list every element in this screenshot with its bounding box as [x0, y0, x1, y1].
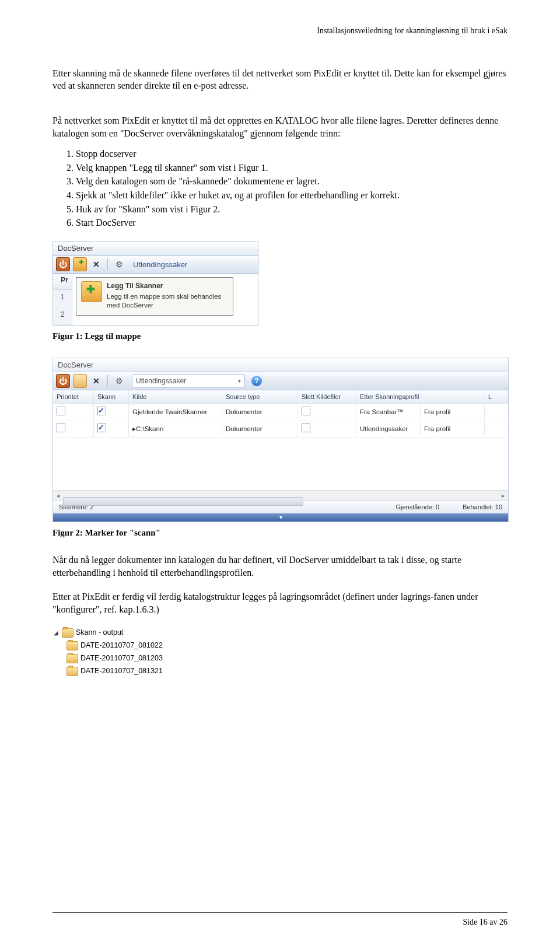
collapse-icon[interactable]: ◢: [54, 629, 60, 637]
status-behandlet: Behandlet: 10: [463, 503, 502, 512]
status-gjenstaaende: Gjenstående: 0: [396, 503, 439, 512]
column-header-priority-short: Pr: [53, 274, 72, 290]
paragraph-4: Etter at PixEdit er ferdig vil ferdig ka…: [52, 590, 508, 615]
step-1: Stopp docserver: [76, 148, 508, 160]
separator: [107, 375, 108, 387]
col-slett: Slett Kildefiler: [298, 390, 356, 404]
profile-combo[interactable]: Utlendingssaker ▾: [132, 375, 245, 387]
checkbox-slett[interactable]: [302, 407, 310, 415]
folder-label: DATE-20110707_081321: [80, 666, 163, 676]
profile-combo-value: Utlendingssaker: [136, 376, 186, 386]
checkbox-skann[interactable]: [97, 424, 106, 432]
step-2: Velg knappen "Legg til skanner" som vist…: [76, 162, 508, 174]
window-title: DocServer: [53, 358, 508, 373]
figure-2-caption: Figur 2: Marker for "scann": [52, 527, 508, 538]
add-folder-icon: [81, 281, 102, 302]
col-etter-profil: Etter Skanningsprofil: [356, 390, 421, 404]
gear-icon[interactable]: ⚙: [113, 258, 125, 271]
col-kilde: Kilde: [129, 390, 222, 404]
cell-kilde: ▸C:\Skann: [129, 422, 222, 436]
checkbox-skann[interactable]: [97, 407, 106, 415]
figure-1-docserver-window: DocServer ⏻ ✕ ⚙ Utlendingssaker Pr 1 2: [52, 241, 258, 326]
gear-icon[interactable]: ⚙: [113, 375, 125, 387]
tree-child[interactable]: DATE-20110707_081321: [54, 665, 189, 678]
tooltip: Legg Til Skanner Legg til en mappe som s…: [76, 277, 233, 315]
folder-label: Skann - output: [76, 628, 123, 638]
table-header-row: Prioritet Skann Kilde Source type Slett …: [53, 390, 508, 404]
document-header: Installasjonsveiledning for skanningløsn…: [52, 26, 508, 37]
delete-icon[interactable]: ✕: [90, 375, 103, 387]
table-row[interactable]: ▸C:\Skann Dokumenter Utlendingssaker Fra…: [53, 421, 508, 438]
figure-3-folder-tree: ◢ Skann - output DATE-20110707_081022 DA…: [52, 624, 191, 683]
step-5: Huk av for "Skann" som vist i Figur 2.: [76, 203, 508, 216]
table-row[interactable]: Gjeldende TwainSkanner Dokumenter Fra Sc…: [53, 404, 508, 421]
delete-icon[interactable]: ✕: [90, 258, 103, 271]
step-4: Sjekk at "slett kildefiler" ikke er huke…: [76, 189, 508, 202]
col-skann: Skann: [94, 390, 129, 404]
cell-source-type: Dokumenter: [222, 405, 298, 419]
scroll-left-icon[interactable]: ◂: [53, 492, 63, 500]
col-blank: [421, 395, 485, 400]
scroll-right-icon[interactable]: ▸: [498, 492, 508, 500]
add-folder-icon[interactable]: [73, 257, 87, 271]
folder-icon: [62, 628, 74, 638]
step-6: Start DocServer: [76, 216, 508, 229]
col-l: L: [485, 390, 508, 404]
separator: [107, 258, 108, 270]
power-icon[interactable]: ⏻: [56, 257, 70, 271]
figure-1-caption: Figur 1: Legg til mappe: [52, 330, 508, 342]
scroll-thumb[interactable]: [63, 497, 303, 506]
power-icon[interactable]: ⏻: [56, 374, 70, 388]
tree-child[interactable]: DATE-20110707_081022: [54, 639, 189, 652]
expand-handle[interactable]: ▾: [53, 513, 508, 522]
paragraph-1: Etter skanning må de skannede filene ove…: [52, 67, 508, 92]
checkbox-slett[interactable]: [302, 424, 310, 432]
horizontal-scrollbar[interactable]: ◂ ▸: [53, 490, 508, 501]
col-source-type: Source type: [222, 390, 298, 404]
cell-etter-profil: Utlendingssaker: [356, 422, 421, 436]
folder-icon: [66, 641, 78, 650]
tooltip-body: Legg til en mappe som skal behandles med…: [107, 292, 228, 310]
paragraph-2: På nettverket som PixEdit er knyttet til…: [52, 114, 508, 139]
row-number: 2: [53, 307, 72, 325]
steps-list: Stopp docserver Velg knappen "Legg til s…: [52, 148, 508, 229]
col-prioritet: Prioritet: [53, 390, 94, 404]
table-blank-area: [53, 438, 508, 490]
tree-child[interactable]: DATE-20110707_081203: [54, 652, 189, 665]
tooltip-title: Legg Til Skanner: [107, 281, 228, 291]
add-folder-icon[interactable]: [73, 374, 87, 388]
paragraph-3: Når du nå legger dokumenter inn kataloge…: [52, 554, 508, 579]
row-number-gutter: Pr 1 2: [53, 274, 72, 325]
folder-icon: [66, 667, 78, 676]
cell-last: Fra profil: [421, 422, 485, 436]
footer-divider: [52, 912, 508, 913]
cell-last: Fra profil: [421, 405, 485, 419]
row-number: 1: [53, 290, 72, 307]
toolbar: ⏻ ✕ ⚙ Utlendingssaker ▾ ?: [53, 372, 508, 390]
checkbox-prioritet[interactable]: [57, 424, 65, 432]
cell-etter-profil: Fra Scanbar™: [356, 405, 421, 419]
folder-label: DATE-20110707_081203: [80, 653, 163, 663]
chevron-down-icon: ▾: [238, 377, 241, 385]
step-3: Velg den katalogen som de "rå-skannede" …: [76, 175, 508, 188]
help-icon[interactable]: ?: [251, 376, 262, 386]
cell-source-type: Dokumenter: [222, 422, 298, 436]
page-number: Side 16 av 26: [463, 917, 508, 928]
figure-2-docserver-window: DocServer ⏻ ✕ ⚙ Utlendingssaker ▾ ? Prio…: [52, 358, 509, 522]
folder-icon: [66, 654, 78, 663]
folder-label: DATE-20110707_081022: [80, 641, 163, 650]
profile-name: Utlendingssaker: [133, 260, 255, 270]
checkbox-prioritet[interactable]: [57, 407, 65, 415]
tree-root[interactable]: ◢ Skann - output: [54, 627, 189, 639]
window-title: DocServer: [52, 241, 258, 256]
cell-kilde: Gjeldende TwainSkanner: [129, 405, 222, 419]
toolbar: ⏻ ✕ ⚙ Utlendingssaker: [52, 255, 258, 274]
